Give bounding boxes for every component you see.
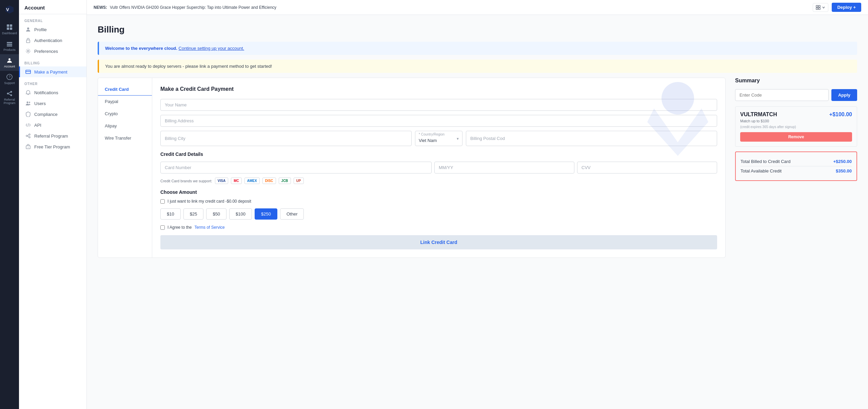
link-card-button[interactable]: Link Credit Card [160, 235, 717, 249]
promo-code-header: VULTRMATCH +$100.00 [740, 111, 852, 118]
amount-10[interactable]: $10 [160, 208, 181, 220]
sidebar-item-users[interactable]: Users [19, 98, 86, 109]
mc-brand: MC [231, 178, 242, 184]
nav-referral[interactable]: Referral Program [0, 87, 19, 107]
address-row: * Country/Region Viet Nam ▼ [160, 131, 717, 146]
svg-line-16 [8, 94, 11, 95]
svg-point-14 [11, 95, 12, 96]
total-billed-value: +$250.00 [833, 159, 852, 164]
promo-row: Apply [735, 89, 857, 101]
svg-rect-6 [7, 42, 12, 43]
svg-rect-2 [7, 24, 9, 27]
amount-25[interactable]: $25 [183, 208, 204, 220]
svg-point-25 [26, 135, 27, 137]
link-only-checkbox[interactable] [160, 199, 165, 204]
expiry-input[interactable] [434, 162, 574, 173]
card-number-input[interactable] [160, 162, 432, 173]
tab-wire-transfer[interactable]: Wire Transfer [98, 132, 152, 144]
billing-address-input[interactable] [160, 115, 717, 127]
svg-point-22 [27, 102, 28, 103]
tab-crypto[interactable]: Crypto [98, 108, 152, 120]
svg-line-15 [8, 92, 11, 93]
warning-alert: You are almost ready to deploy servers -… [98, 60, 857, 73]
promo-code-amount: +$100.00 [829, 111, 852, 118]
sidebar-item-profile[interactable]: Profile [19, 24, 86, 35]
total-billed-label: Total Billed to Credit Card [741, 159, 790, 164]
svg-point-27 [29, 137, 30, 138]
billing-postal-input[interactable] [466, 131, 717, 146]
card-brands-row: Credit Card brands we support: VISA MC A… [160, 178, 717, 184]
summary-title: Summary [735, 78, 857, 84]
tab-alipay[interactable]: Alipay [98, 120, 152, 132]
payment-form-title: Make a Credit Card Payment [160, 86, 717, 92]
tos-checkbox[interactable] [160, 225, 165, 230]
sidebar-item-payment[interactable]: Make a Payment [19, 66, 86, 77]
other-section-label: OTHER [19, 77, 86, 87]
nav-products[interactable]: Products [0, 38, 19, 54]
topbar-icon-btn[interactable] [813, 3, 828, 12]
main-content: NEWS: Vultr Offers NVIDIA GH200 Grace Ho… [87, 0, 868, 409]
cvv-input[interactable] [577, 162, 717, 173]
amount-50[interactable]: $50 [206, 208, 226, 220]
svg-rect-35 [818, 8, 820, 9]
your-name-input[interactable] [160, 99, 717, 111]
apply-button[interactable]: Apply [831, 89, 857, 101]
svg-line-28 [27, 135, 29, 136]
sidebar-item-free-tier[interactable]: Free Tier Program [19, 141, 86, 152]
total-available-value: $350.00 [836, 168, 852, 173]
remove-promo-button[interactable]: Remove [740, 132, 852, 142]
country-label: * Country/Region [419, 132, 445, 136]
amount-other[interactable]: Other [280, 208, 304, 220]
sidebar-item-prefs[interactable]: Preferences [19, 46, 86, 57]
svg-rect-7 [7, 44, 12, 45]
billing-city-input[interactable] [160, 131, 412, 146]
visa-brand: VISA [215, 178, 228, 184]
totals-box: Total Billed to Credit Card +$250.00 Tot… [735, 151, 857, 181]
svg-point-26 [29, 134, 30, 135]
sidebar-item-auth[interactable]: Authentication [19, 35, 86, 46]
card-details-title: Credit Card Details [160, 151, 717, 157]
tos-link[interactable]: Terms of Service [194, 225, 224, 230]
country-selector[interactable]: * Country/Region Viet Nam ▼ [415, 131, 462, 146]
billing-section-label: BILLING [19, 57, 86, 66]
tab-credit-card[interactable]: Credit Card [98, 83, 152, 96]
topbar-right: Deploy + [813, 3, 861, 12]
link-only-label: I just want to link my credit card -$0.0… [167, 199, 251, 204]
amount-250[interactable]: $250 [255, 208, 277, 220]
news-text: Vultr Offers NVIDIA GH200 Grace Hopper S… [110, 5, 276, 10]
sidebar-item-referral-program[interactable]: Referral Program [19, 130, 86, 141]
deploy-button[interactable]: Deploy + [832, 3, 861, 12]
billing-layout: Credit Card Paypal Crypto Alipay Wire Tr… [98, 78, 857, 258]
nav-dashboard[interactable]: Dashboard [0, 21, 19, 38]
svg-point-23 [29, 102, 30, 103]
sidebar-item-api[interactable]: API [19, 120, 86, 130]
payment-form-area: Make a Credit Card Payment * Country/Reg… [152, 78, 725, 258]
svg-rect-20 [26, 70, 31, 74]
svg-line-29 [27, 136, 29, 137]
chevron-down-icon [822, 6, 825, 9]
amount-buttons: $10 $25 $50 $100 $250 Other [160, 208, 717, 220]
svg-point-19 [27, 50, 29, 52]
card-details-section: Credit Card Details Credit Card brands w… [160, 151, 717, 184]
total-available-label: Total Available Credit [741, 168, 782, 173]
choose-amount-title: Choose Amount [160, 189, 717, 195]
nav-support[interactable]: ? Support [0, 71, 19, 87]
news-label: NEWS: [94, 5, 107, 10]
promo-code-name: VULTRMATCH [740, 111, 777, 118]
tab-paypal[interactable]: Paypal [98, 96, 152, 108]
sidebar-item-compliance[interactable]: Compliance [19, 109, 86, 120]
promo-code-input[interactable] [735, 89, 829, 101]
nav-account[interactable]: Account [0, 54, 19, 71]
svg-point-9 [8, 58, 11, 60]
summary-panel: Summary Apply VULTRMATCH +$100.00 Match … [735, 78, 857, 181]
warning-text: You are almost ready to deploy servers -… [105, 64, 272, 69]
tos-prefix: I Agree to the [167, 225, 192, 230]
alert-info-link[interactable]: Continue setting up your account. [179, 46, 244, 51]
sidebar-item-notifications[interactable]: Notifications [19, 87, 86, 98]
amount-100[interactable]: $100 [229, 208, 252, 220]
vultr-logo[interactable]: V [3, 3, 16, 16]
jcb-brand: JCB [279, 178, 291, 184]
news-bar: NEWS: Vultr Offers NVIDIA GH200 Grace Ho… [94, 5, 276, 10]
svg-rect-3 [10, 24, 12, 27]
topbar: NEWS: Vultr Offers NVIDIA GH200 Grace Ho… [87, 0, 868, 15]
